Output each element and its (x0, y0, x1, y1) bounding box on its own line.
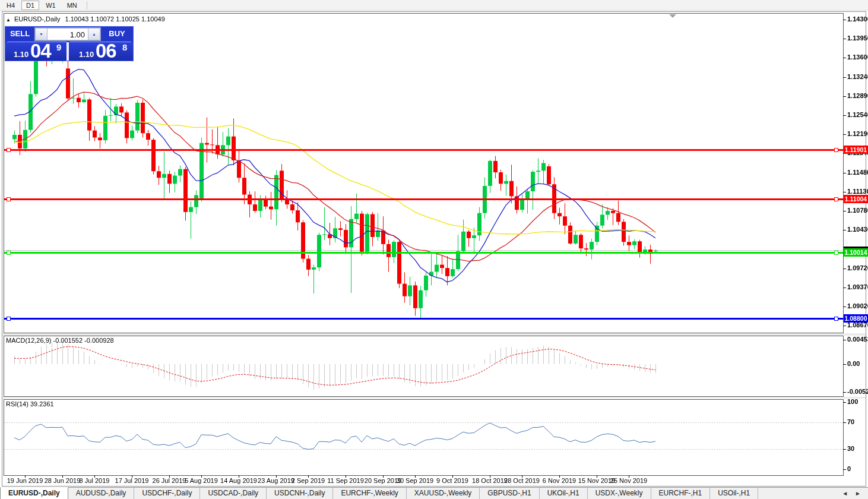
tab-scroll-left-icon[interactable]: ◄ (838, 490, 851, 497)
price-axis-label: 1.12540 (847, 111, 868, 118)
price-axis-label: 1.09020 (847, 302, 868, 309)
chart-tab-eurchf-weekly[interactable]: EURCHF-,Weekly (333, 488, 406, 499)
buy-price-big: 06 (96, 42, 116, 61)
date-axis-label: 8 Jul 2019 (75, 477, 114, 484)
tab-scroll-arrows: ◄► (838, 488, 868, 499)
sell-price-sup: 9 (56, 42, 61, 52)
rsi-axis-label: 0 (847, 465, 851, 472)
rsi-axis-label: 30 (847, 445, 854, 452)
buy-price-display[interactable]: 1.10 06 8 (69, 42, 133, 61)
price-axis-label: 1.13600 (847, 53, 868, 61)
date-axis-label: 28 Oct 2019 (502, 477, 541, 484)
price-badge: 1.11901 (844, 146, 868, 154)
toolbar-separator (87, 1, 87, 10)
buy-price-sup: 8 (122, 42, 127, 52)
chart-tab-ukoil-h1[interactable]: UKOil-,H1 (540, 488, 588, 499)
volume-decrease-button[interactable]: ▼ (35, 28, 47, 40)
price-badge: 1.08800 (844, 314, 868, 323)
volume-input[interactable]: 1.00 (47, 28, 88, 40)
chart-ohlc-values: 1.10043 1.10072 1.10025 1.10049 (65, 15, 165, 23)
price-axis-label: 1.14300 (847, 15, 868, 23)
rsi-indicator-label: RSI(14) 39.2361 (6, 400, 54, 408)
timeframe-button-h4[interactable]: H4 (2, 1, 20, 10)
one-click-collapse-icon[interactable]: ▲ (6, 17, 11, 23)
sell-button[interactable]: SELL (5, 29, 34, 38)
price-axis-label: 1.11480 (847, 169, 868, 176)
price-axis-label: 1.09720 (847, 264, 868, 271)
date-axis-label: 14 Aug 2019 (219, 477, 258, 484)
price-axis-label: 1.12890 (847, 92, 868, 99)
macd-name: MACD(12,26,9) (6, 337, 51, 344)
price-axis-label: 1.12190 (847, 130, 868, 137)
timeframe-button-mn[interactable]: MN (62, 1, 82, 10)
volume-spinner: ▼ 1.00 ▲ (34, 27, 101, 41)
chart-tab-gbpusd-h1[interactable]: GBPUSD-,H1 (480, 488, 539, 499)
timeframe-toolbar: H4 D1 W1 MN (0, 0, 868, 11)
chart-tab-usdcnh-daily[interactable]: USDCNH-,Daily (267, 488, 333, 499)
sell-price-big: 04 (30, 42, 51, 61)
macd-indicator-label: MACD(12,26,9) -0.001552 -0.000928 (6, 337, 114, 344)
price-axis-label: 1.13240 (847, 73, 868, 80)
macd-values: -0.001552 -0.000928 (53, 337, 113, 344)
date-axis-label: 5 Aug 2019 (182, 477, 221, 484)
timeframe-button-d1[interactable]: D1 (21, 1, 39, 10)
date-axis-label: 2 Sep 2019 (289, 477, 328, 484)
one-click-trade-panel: SELL ▼ 1.00 ▲ BUY 1.10 04 9 1.10 06 (5, 26, 134, 61)
price-badge: 1.11004 (844, 195, 868, 203)
sell-price-display[interactable]: 1.10 04 9 (5, 42, 66, 61)
trading-platform-window: H4 D1 W1 MN ▲EURUSD-,Daily1.10043 1.1007… (0, 0, 868, 499)
chart-tab-usdchf-daily[interactable]: USDCHF-,Daily (134, 488, 200, 499)
date-axis-label: 17 Jul 2019 (112, 477, 151, 484)
chart-tab-usdcad-daily[interactable]: USDCAD-,Daily (200, 488, 267, 499)
chart-tab-audusd-daily[interactable]: AUDUSD-,Daily (68, 488, 135, 499)
macd-axis-label: 0.004536 (847, 336, 868, 343)
chart-tab-eurusd-daily[interactable]: EURUSD-,Daily (0, 487, 68, 499)
price-axis-label: 1.13950 (847, 34, 868, 42)
chevron-down-icon: ▼ (39, 32, 43, 36)
price-chart-canvas[interactable] (0, 0, 868, 499)
rsi-axis-label: 100 (847, 398, 858, 405)
price-badge: 1.10014 (844, 248, 868, 257)
price-axis-label: 1.11130 (847, 188, 868, 195)
macd-axis-label: 0.00 (847, 360, 860, 367)
chevron-up-icon: ▲ (92, 32, 96, 36)
rsi-axis-label: 70 (847, 418, 854, 425)
date-axis-label: 6 Nov 2019 (540, 477, 579, 484)
chart-tab-eurchf-h1[interactable]: EURCHF-,H1 (651, 488, 711, 499)
date-axis-label: 25 Nov 2019 (609, 477, 648, 484)
date-axis-label: 19 Jun 2019 (5, 477, 45, 484)
price-axis-label: 1.10780 (847, 207, 868, 214)
date-axis-label: 9 Oct 2019 (433, 477, 472, 484)
macd-axis-label: -0.005205 (847, 388, 868, 395)
tab-scroll-right-icon[interactable]: ► (851, 490, 864, 497)
chart-tab-xauusd-weekly[interactable]: XAUUSD-,Weekly (407, 488, 480, 499)
price-axis-label: 1.09370 (847, 283, 868, 290)
date-axis-label: 11 Sep 2019 (326, 477, 365, 484)
buy-button[interactable]: BUY (101, 29, 133, 38)
chart-tab-usdx-weekly[interactable]: USDX-,Weekly (588, 488, 651, 499)
chart-symbol-title: EURUSD-,Daily (14, 15, 61, 23)
symbol-tab-bar: EURUSD-,DailyAUDUSD-,DailyUSDCHF-,DailyU… (0, 487, 868, 499)
chart-tab-usoil-h1[interactable]: USOil-,H1 (710, 488, 758, 499)
buy-price-small: 1.10 (79, 50, 94, 59)
date-axis-label: 30 Sep 2019 (395, 477, 435, 484)
chart-title-row: ▲EURUSD-,Daily1.10043 1.10072 1.10025 1.… (6, 15, 165, 23)
price-axis-label: 1.10430 (847, 226, 868, 233)
timeframe-button-w1[interactable]: W1 (41, 1, 61, 10)
sell-price-small: 1.10 (14, 50, 28, 59)
volume-increase-button[interactable]: ▲ (88, 28, 100, 40)
